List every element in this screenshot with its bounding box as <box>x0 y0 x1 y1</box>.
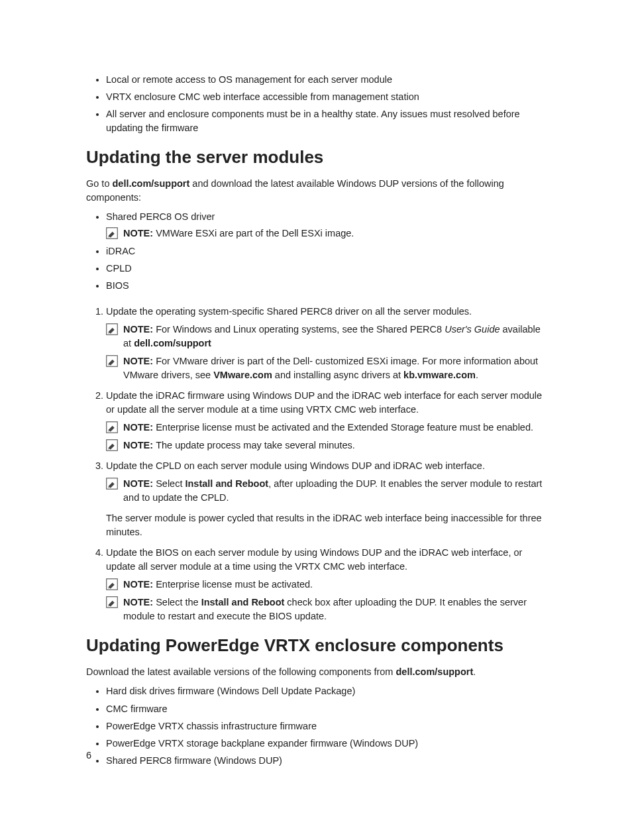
text: . <box>473 666 476 677</box>
note-block: NOTE: Select the Install and Reboot chec… <box>106 596 546 623</box>
text: Select the <box>156 597 201 607</box>
list-item: PowerEdge VRTX storage backplane expande… <box>106 737 546 751</box>
note-icon <box>106 421 118 433</box>
list-item: Hard disk drives firmware (Windows Dell … <box>106 684 546 698</box>
note-text: NOTE: Enterprise license must be activat… <box>123 578 313 592</box>
note-block: NOTE: Select Install and Reboot, after u… <box>106 477 546 505</box>
note-text: NOTE: Select Install and Reboot, after u… <box>123 477 546 505</box>
list-item: PowerEdge VRTX chassis infrastructure fi… <box>106 719 546 733</box>
text: For Windows and Linux operating systems,… <box>156 324 445 335</box>
note-label: NOTE: <box>123 228 156 238</box>
text-bold: Install and Reboot <box>185 478 268 489</box>
intro-paragraph: Download the latest available versions o… <box>86 665 546 679</box>
text: Shared PERC8 OS driver <box>106 211 215 222</box>
text-bold: Install and Reboot <box>201 597 285 607</box>
intro-paragraph: Go to dell.com/support and download the … <box>86 177 546 205</box>
steps-list: Update the operating system-specific Sha… <box>86 305 546 623</box>
prerequisite-list: Local or remote access to OS management … <box>86 73 546 135</box>
step-item: Update the BIOS on each server module by… <box>106 546 546 623</box>
link-text: dell.com/support <box>395 666 473 677</box>
note-block: NOTE: Enterprise license must be activat… <box>106 578 546 592</box>
text: Go to <box>86 178 113 189</box>
text: The update process may take several minu… <box>156 440 355 450</box>
note-text: NOTE: VMWare ESXi are part of the Dell E… <box>123 227 354 240</box>
link-text: VMware.com <box>213 370 272 380</box>
component-list: Shared PERC8 OS driver NOTE: VMWare ESXi… <box>86 210 546 293</box>
note-icon <box>106 439 118 451</box>
note-text: NOTE: Select the Install and Reboot chec… <box>123 596 546 623</box>
text: Enterprise license must be activated. <box>156 579 313 590</box>
note-block: NOTE: Enterprise license must be activat… <box>106 421 546 435</box>
section-heading: Updating PowerEdge VRTX enclosure compon… <box>86 635 546 656</box>
note-icon <box>106 323 118 335</box>
list-item: CPLD <box>106 262 546 276</box>
page-number: 6 <box>86 750 91 761</box>
note-label: NOTE: <box>123 356 156 366</box>
step-text: Update the BIOS on each server module by… <box>106 547 522 572</box>
text: VMWare ESXi are part of the Dell ESXi im… <box>156 228 354 238</box>
list-item: Shared PERC8 OS driver NOTE: VMWare ESXi… <box>106 210 546 240</box>
list-item: iDRAC <box>106 244 546 258</box>
step-text: Update the operating system-specific Sha… <box>106 306 472 317</box>
note-label: NOTE: <box>123 440 156 450</box>
text: Select <box>156 478 185 489</box>
note-block: NOTE: For Windows and Linux operating sy… <box>106 323 546 350</box>
note-icon <box>106 596 118 608</box>
list-item: CMC firmware <box>106 702 546 716</box>
document-page: Local or remote access to OS management … <box>0 0 632 840</box>
note-label: NOTE: <box>123 478 156 489</box>
list-item: VRTX enclosure CMC web interface accessi… <box>106 90 546 104</box>
list-item: Local or remote access to OS management … <box>106 73 546 87</box>
list-item: Shared PERC8 firmware (Windows DUP) <box>106 754 546 768</box>
list-item: All server and enclosure components must… <box>106 107 546 135</box>
note-text: NOTE: For Windows and Linux operating sy… <box>123 323 546 350</box>
note-block: NOTE: For VMware driver is part of the D… <box>106 354 546 382</box>
enclosure-list: Hard disk drives firmware (Windows Dell … <box>86 684 546 767</box>
note-icon <box>106 355 118 367</box>
link-text: dell.com/support <box>134 338 211 348</box>
text: and installing async drivers at <box>272 370 403 380</box>
note-text: NOTE: Enterprise license must be activat… <box>123 421 533 435</box>
note-label: NOTE: <box>123 579 156 590</box>
text-italic: User's Guide <box>445 324 500 335</box>
note-label: NOTE: <box>123 597 156 607</box>
note-text: NOTE: The update process may take severa… <box>123 439 355 452</box>
note-icon <box>106 578 118 590</box>
step-text: Update the CPLD on each server module us… <box>106 460 485 471</box>
text: . <box>476 370 478 380</box>
step-item: Update the CPLD on each server module us… <box>106 459 546 539</box>
section-heading: Updating the server modules <box>86 147 546 168</box>
note-icon <box>106 478 118 490</box>
text: Download the latest available versions o… <box>86 666 395 677</box>
step-followup: The server module is power cycled that r… <box>106 511 546 539</box>
text: Enterprise license must be activated and… <box>156 422 533 433</box>
step-item: Update the operating system-specific Sha… <box>106 305 546 382</box>
note-label: NOTE: <box>123 422 156 433</box>
note-icon <box>106 227 118 239</box>
note-label: NOTE: <box>123 324 156 335</box>
list-item: BIOS <box>106 279 546 293</box>
note-block: NOTE: The update process may take severa… <box>106 439 546 452</box>
link-text: kb.vmware.com <box>403 370 476 380</box>
step-text: Update the iDRAC firmware using Windows … <box>106 390 542 415</box>
step-item: Update the iDRAC firmware using Windows … <box>106 389 546 452</box>
link-text: dell.com/support <box>113 178 190 189</box>
note-text: NOTE: For VMware driver is part of the D… <box>123 354 546 382</box>
note-block: NOTE: VMWare ESXi are part of the Dell E… <box>106 227 546 240</box>
